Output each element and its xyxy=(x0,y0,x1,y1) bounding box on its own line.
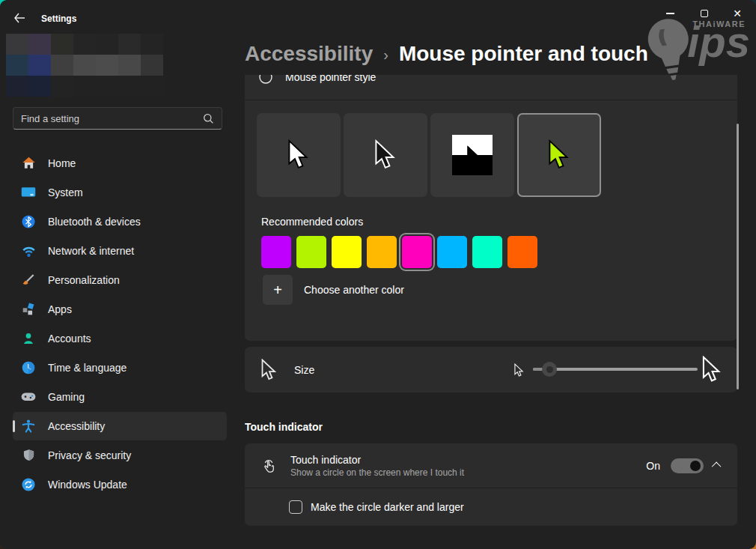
content-viewport: Mouse pointer style xyxy=(245,75,737,533)
small-cursor-icon xyxy=(514,363,524,377)
add-color-button[interactable]: + xyxy=(263,275,293,305)
vertical-scrollbar-thumb[interactable] xyxy=(737,124,739,389)
touch-indicator-title: Touch indicator xyxy=(290,454,464,466)
touch-indicator-toggle[interactable] xyxy=(671,458,704,473)
white-cursor-icon xyxy=(287,139,310,171)
pointer-style-options xyxy=(257,113,737,197)
chevron-up-icon[interactable] xyxy=(712,462,722,472)
back-button[interactable] xyxy=(9,7,30,28)
darker-larger-checkbox-label: Make the circle darker and larger xyxy=(311,501,464,513)
choose-another-color-row: + Choose another color xyxy=(263,275,737,305)
close-icon: ✕ xyxy=(733,7,742,19)
color-swatch-spring-green[interactable] xyxy=(472,236,502,268)
darker-larger-checkbox[interactable] xyxy=(289,500,302,514)
color-swatch-chartreuse[interactable] xyxy=(296,236,326,268)
color-swatch-orange[interactable] xyxy=(507,236,537,268)
sidebar-item-accounts[interactable]: Accounts xyxy=(13,324,227,353)
search-icon xyxy=(203,113,214,124)
recommended-colors-row xyxy=(261,236,737,268)
network-icon xyxy=(21,243,36,258)
pointer-style-option-white[interactable] xyxy=(257,113,341,197)
sidebar-item-accessibility[interactable]: Accessibility xyxy=(13,412,227,440)
sidebar-nav: HomeSystemBluetooth & devicesNetwork & i… xyxy=(0,148,236,500)
sidebar-item-bluetooth[interactable]: Bluetooth & devices xyxy=(13,207,227,236)
sidebar-item-label: Windows Update xyxy=(48,479,127,491)
maximize-icon xyxy=(701,10,708,17)
privacy-icon xyxy=(21,448,36,463)
breadcrumb: Accessibility › Mouse pointer and touch xyxy=(245,42,648,66)
sidebar-item-label: Privacy & security xyxy=(48,449,131,461)
custom-cursor-icon xyxy=(548,139,570,171)
bluetooth-icon xyxy=(21,214,36,229)
back-arrow-icon xyxy=(13,13,25,23)
touch-indicator-card: Touch indicator Show a circle on the scr… xyxy=(245,443,737,526)
size-slider[interactable] xyxy=(533,368,698,371)
time-language-icon xyxy=(21,360,36,375)
plus-icon: + xyxy=(273,282,282,299)
system-icon xyxy=(21,185,36,200)
color-swatch-magenta[interactable] xyxy=(402,236,432,268)
touch-indicator-suboption-row: Make the circle darker and larger xyxy=(245,488,737,526)
black-cursor-icon xyxy=(374,139,397,171)
color-swatch-amber[interactable] xyxy=(367,236,397,268)
settings-window: THAiWARE ips Settings ✕ xyxy=(0,0,756,549)
inverted-cursor-icon xyxy=(452,135,493,175)
sidebar-item-home[interactable]: Home xyxy=(13,149,227,178)
sidebar-item-personalization[interactable]: Personalization xyxy=(13,266,227,294)
divider xyxy=(245,100,737,100)
accounts-icon xyxy=(21,331,36,346)
sidebar-item-time-language[interactable]: Time & language xyxy=(13,354,227,382)
sidebar-item-network[interactable]: Network & internet xyxy=(13,237,227,265)
mouse-pointer-style-card: Mouse pointer style xyxy=(245,75,737,341)
sidebar-item-label: Personalization xyxy=(48,274,120,286)
sidebar-item-label: System xyxy=(48,186,83,198)
sidebar-item-system[interactable]: System xyxy=(13,178,227,207)
size-slider-thumb[interactable] xyxy=(542,362,557,377)
color-swatch-purple[interactable] xyxy=(261,236,291,268)
sidebar-item-label: Home xyxy=(48,157,76,169)
search-input[interactable] xyxy=(21,113,203,124)
breadcrumb-parent[interactable]: Accessibility xyxy=(245,42,373,66)
pointer-size-card: Size xyxy=(245,347,737,392)
sidebar: HomeSystemBluetooth & devicesNetwork & i… xyxy=(0,36,236,549)
sidebar-item-privacy[interactable]: Privacy & security xyxy=(13,441,227,470)
apps-icon xyxy=(21,302,36,317)
pointer-style-label: Mouse pointer style xyxy=(285,75,376,83)
close-button[interactable]: ✕ xyxy=(725,4,750,22)
accessibility-icon xyxy=(21,419,36,434)
sidebar-item-windows-update[interactable]: Windows Update xyxy=(13,470,227,499)
titlebar: Settings ✕ xyxy=(0,0,756,36)
minimize-button[interactable] xyxy=(657,4,683,22)
sidebar-item-label: Accessibility xyxy=(48,420,105,432)
cursor-outline-icon xyxy=(261,359,277,381)
mouse-pointer-icon xyxy=(258,75,273,85)
pointer-style-header-row: Mouse pointer style xyxy=(245,75,737,100)
gaming-icon xyxy=(21,389,36,404)
color-swatch-yellow[interactable] xyxy=(332,236,362,268)
sidebar-item-label: Bluetooth & devices xyxy=(48,216,141,228)
maximize-button[interactable] xyxy=(692,4,717,22)
pointer-style-option-black[interactable] xyxy=(344,113,427,197)
sidebar-item-label: Apps xyxy=(48,303,72,315)
large-cursor-icon xyxy=(702,356,722,383)
minimize-icon xyxy=(666,13,674,14)
color-swatch-blue[interactable] xyxy=(437,236,467,268)
sidebar-item-gaming[interactable]: Gaming xyxy=(13,383,227,411)
pointer-style-option-custom[interactable] xyxy=(517,113,601,197)
page-title: Mouse pointer and touch xyxy=(399,42,648,66)
recommended-colors-label: Recommended colors xyxy=(261,216,737,228)
search-box[interactable] xyxy=(13,107,222,130)
toggle-state-label: On xyxy=(646,460,660,472)
toggle-knob xyxy=(690,461,701,471)
size-label: Size xyxy=(294,364,314,376)
window-title: Settings xyxy=(41,13,76,24)
sidebar-item-label: Gaming xyxy=(48,391,85,403)
sidebar-item-apps[interactable]: Apps xyxy=(13,295,227,324)
personalization-icon xyxy=(21,273,36,288)
pointer-style-option-inverted[interactable] xyxy=(430,113,514,197)
touch-indicator-heading: Touch indicator xyxy=(245,421,323,433)
sidebar-item-label: Time & language xyxy=(48,362,126,374)
breadcrumb-separator-icon: › xyxy=(383,46,388,64)
touch-indicator-row[interactable]: Touch indicator Show a circle on the scr… xyxy=(245,443,737,488)
choose-another-color-label: Choose another color xyxy=(304,284,404,296)
